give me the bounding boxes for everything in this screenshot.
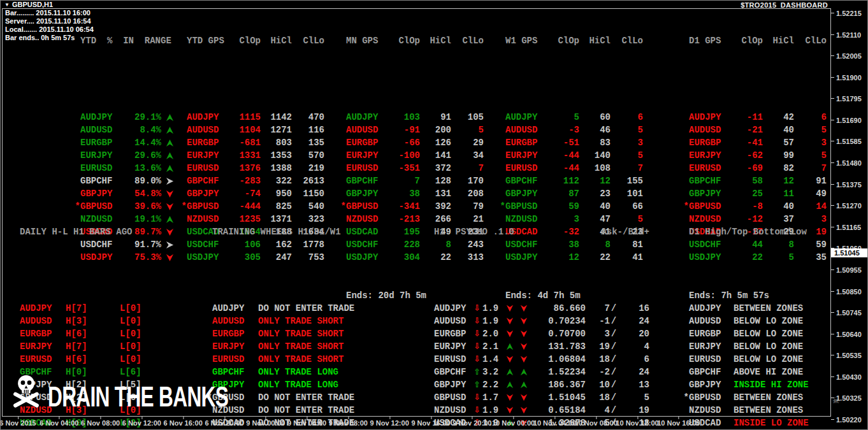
current-symbol-star [340, 187, 346, 200]
pair-label: AUDJPY [80, 111, 129, 124]
pair-label: GBPUSD [689, 391, 734, 404]
trend-arrow-icon [506, 406, 514, 414]
table-row: AUDJPY ⇩ 1.9 86.660 7 / 16 [434, 302, 649, 315]
table-row: GBPJPY 54.8% [74, 187, 178, 200]
direction-arrow-icon [166, 190, 174, 198]
cllo-value: 29 [451, 136, 484, 149]
bid-distance: 6 [618, 353, 649, 366]
drain-the-banks-text: DRAIN THE BANKS [48, 383, 228, 411]
psycho-block-arrow-icon: ⇩ [474, 302, 482, 315]
trade-advice: ONLY TRADE SHORT [258, 327, 386, 340]
ask-distance: 10 [586, 378, 610, 391]
time-tick-label: 6 Nov 16:00 [164, 419, 203, 427]
time-axis[interactable]: 6 Nov 20156 Nov 04:006 Nov 08:006 Nov 12… [1, 417, 831, 429]
collapse-triangle-icon[interactable]: ▼ [4, 2, 10, 8]
trade-advice: ONLY TRADE SHORT [258, 353, 386, 366]
col-header-hicl: HiCl [261, 34, 292, 47]
current-symbol-star [340, 124, 346, 136]
cllo-value: 7 [794, 162, 827, 175]
low-bars-ago: L[0] [120, 315, 196, 327]
time-tick-label: 10 Nov 04:00 [533, 419, 576, 427]
hicl-value: 372 [420, 162, 451, 175]
price-tick-label: 1.50850 [831, 288, 862, 296]
trend-arrow-icon [506, 394, 514, 401]
hicl-value: 57 [763, 136, 794, 149]
time-tick-label: 9 Nov 00:00 [246, 419, 285, 427]
time-tick-label: 9 Nov 16:00 [411, 419, 450, 427]
price-axis[interactable]: 1.522151.521101.520051.519001.517951.516… [831, 1, 868, 430]
table-row: AUDUSD -21 40 5 [683, 124, 827, 136]
table-row: EURUSD -69 82 7 [683, 162, 827, 175]
hicl-value: 1353 [261, 149, 292, 162]
table-row: GBPCHF 7 128 170 [340, 175, 484, 187]
table-row: EURGBP H[6] L[0] [13, 327, 196, 340]
psycho-block-arrow-icon: ⇧ [474, 378, 482, 391]
pair-label: EURUSD [187, 162, 235, 175]
pair-label: EURJPY [80, 149, 129, 162]
price-tick-label: 1.51585 [831, 138, 862, 145]
hicl-value: 11 [763, 187, 794, 200]
clop-value: 304 [394, 251, 420, 264]
table-row: AUDJPY -11 42 6 [683, 111, 827, 124]
ask-distance: 18 [586, 353, 610, 366]
pair-label: GBPJPY [689, 378, 734, 391]
price-tick-label: 1.51480 [831, 159, 862, 167]
pair-label: EURGBP [212, 327, 258, 340]
clop-value: 195 [394, 226, 420, 238]
col-header-clop: ClOp [737, 34, 763, 47]
col-header-hicl: HiCl [420, 34, 451, 47]
slash-separator: / [610, 366, 618, 378]
pair-label: EURUSD [505, 162, 554, 175]
current-price-box: 1.51045 [831, 248, 868, 257]
psycho-block-arrow-icon: ⇩ [474, 404, 482, 417]
current-symbol-star [683, 340, 689, 353]
direction-arrow-icon [166, 152, 174, 160]
pair-label: GBPCHF [689, 366, 734, 378]
pair-label: GBPCHF [80, 175, 129, 187]
table-row: EURUSD H[6] L[0] [13, 353, 196, 366]
hicl-value: 46 [579, 124, 611, 136]
pair-label: EURUSD [212, 353, 258, 366]
pair-label: EURUSD [80, 162, 129, 175]
pair-label: EURUSD [689, 162, 737, 175]
pair-label: AUDUSD [434, 315, 474, 327]
price-tick-label: 1.51165 [831, 224, 861, 231]
current-symbol-star [74, 162, 80, 175]
slash-separator: / [610, 353, 618, 366]
direction-arrow-icon [166, 113, 174, 122]
cllo-value: 3 [611, 136, 643, 149]
high-bars-ago: H[7] [66, 302, 120, 315]
table-row: EURUSD ⇩ 1.4 1.06804 18 / 6 [434, 353, 649, 366]
chart-caption[interactable]: ▼GBPUSD,H1 [4, 1, 53, 8]
cllo-value: 5 [794, 149, 827, 162]
clop-value: -51 [554, 136, 579, 149]
time-tick-label: 6 Nov 12:00 [122, 419, 161, 427]
table-row: AUDUSD 8.4% [74, 124, 178, 136]
price-tick-label: 1.51690 [831, 117, 862, 124]
pair-label: GBPJPY [80, 187, 129, 200]
range-percent: 29.6% [129, 149, 161, 162]
cllo-value: 155 [611, 175, 643, 187]
psycho-block-arrow-icon: ⇩ [474, 327, 482, 340]
table-row: NZDUSD ⇩ 1.9 0.65184 4 / 19 [434, 404, 649, 417]
hicl-value: 950 [261, 187, 292, 200]
cllo-value: 5 [611, 149, 643, 162]
table-row: AUDJPY 5 60 6 [499, 111, 643, 124]
cllo-value: 7 [611, 162, 643, 175]
low-bars-ago: L[0] [120, 353, 196, 366]
pair-label: EURJPY [187, 149, 235, 162]
time-tick-label: 6 Nov 2015 [0, 419, 36, 427]
table-row: EURJPY 1331 1353 570 [180, 149, 324, 162]
table-row: EURGBP 14.4% [74, 136, 178, 149]
pair-label: EURUSD [346, 162, 394, 175]
psycho-value: 3.2 [482, 366, 503, 378]
table-row: GBPCHF 58 12 91 [683, 175, 827, 187]
trend-arrow-icon [506, 381, 514, 389]
ask-distance: 3 [586, 327, 610, 340]
d1-zones-table: D1 High/Top Bottom/Low AUDJPY BETWEEN ZO… [683, 200, 835, 430]
hicl-value: 12 [763, 175, 794, 187]
pair-label: NZDUSD [434, 404, 474, 417]
table-row: GBPJPY ⇧ 2.2 186.367 10 / 13 [434, 378, 649, 391]
cllo-value: 5 [794, 124, 827, 136]
clop-value: 87 [554, 187, 579, 200]
